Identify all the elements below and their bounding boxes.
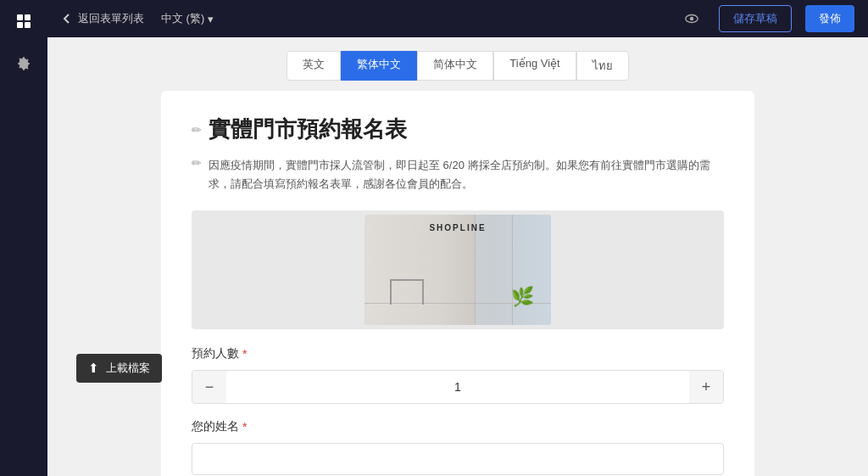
tab-vietnamese[interactable]: Tiếng Việt — [493, 51, 576, 81]
tab-thai[interactable]: ไทย — [576, 51, 629, 81]
plant-decoration: 🌿 — [511, 286, 534, 308]
form-card: ✏ 實體門市預約報名表 ✏ 因應疫情期間，實體門市採人流管制，即日起至 6/20… — [161, 91, 754, 476]
name-input[interactable] — [192, 443, 724, 475]
upload-icon: ⬆ — [88, 361, 99, 376]
required-star-0: * — [242, 347, 247, 361]
svg-rect-2 — [17, 22, 23, 28]
back-button[interactable]: 返回表單列表 — [61, 11, 144, 26]
name-field: 您的姓名 * — [192, 419, 724, 475]
reservation-count-field: 預約人數 * − + — [192, 346, 724, 404]
publish-button[interactable]: 發佈 — [805, 5, 854, 32]
form-title: 實體門市預約報名表 — [209, 115, 407, 144]
description-row: ✏ 因應疫情期間，實體門市採人流管制，即日起至 6/20 將採全店預約制。如果您… — [192, 156, 724, 193]
banner-image: SHOPLINE 🌿 — [364, 215, 551, 325]
furniture-decoration — [390, 279, 424, 305]
sidebar — [0, 0, 47, 476]
preview-button[interactable] — [678, 5, 705, 32]
svg-rect-3 — [25, 22, 31, 28]
language-selector[interactable]: 中文 (繁) ▾ — [161, 11, 214, 26]
stepper-value-input[interactable] — [226, 373, 689, 400]
required-star-1: * — [242, 420, 247, 434]
number-stepper: − + — [192, 370, 724, 404]
desc-edit-icon[interactable]: ✏ — [192, 156, 202, 170]
tab-english[interactable]: 英文 — [287, 51, 341, 81]
shopline-logo: SHOPLINE — [429, 223, 486, 232]
tab-simplified-chinese[interactable]: 简体中文 — [417, 51, 493, 81]
banner-background: SHOPLINE 🌿 — [364, 215, 551, 325]
name-label: 您的姓名 * — [192, 419, 724, 434]
svg-rect-0 — [17, 14, 23, 20]
form-description: 因應疫情期間，實體門市採人流管制，即日起至 6/20 將採全店預約制。如果您有前… — [209, 156, 724, 193]
stepper-plus-button[interactable]: + — [689, 371, 723, 403]
upload-tooltip[interactable]: ⬆ 上載檔案 — [76, 354, 162, 383]
upload-label: 上載檔案 — [106, 361, 150, 376]
sidebar-gear-icon[interactable] — [0, 42, 47, 85]
svg-point-5 — [690, 17, 694, 21]
content-area: 英文 繁体中文 简体中文 Tiếng Việt ไทย ✏ 實體門市預約報名表 … — [47, 37, 868, 476]
language-tabs: 英文 繁体中文 简体中文 Tiếng Việt ไทย — [287, 37, 628, 91]
stepper-minus-button[interactable]: − — [192, 371, 226, 403]
main-area: 返回表單列表 中文 (繁) ▾ 儲存草稿 發佈 英文 繁体中文 简体中文 Tiế… — [47, 0, 868, 476]
svg-rect-1 — [25, 14, 31, 20]
save-draft-button[interactable]: 儲存草稿 — [719, 5, 792, 32]
title-row: ✏ 實體門市預約報名表 — [192, 115, 724, 144]
topnav: 返回表單列表 中文 (繁) ▾ 儲存草稿 發佈 — [47, 0, 868, 37]
reservation-count-label: 預約人數 * — [192, 346, 724, 361]
banner-area: SHOPLINE 🌿 — [192, 210, 724, 329]
tab-traditional-chinese[interactable]: 繁体中文 — [341, 51, 417, 81]
title-edit-icon[interactable]: ✏ — [192, 123, 202, 137]
sidebar-grid-icon[interactable] — [0, 0, 47, 42]
